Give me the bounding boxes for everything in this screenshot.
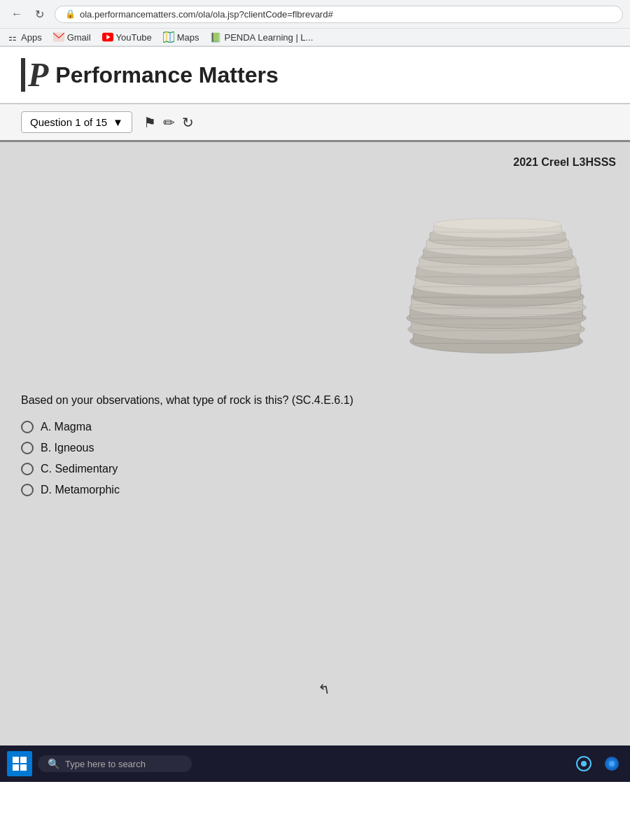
- bookmark-gmail[interactable]: Gmail: [53, 31, 91, 43]
- choice-c[interactable]: C. Sedimentary: [21, 463, 609, 475]
- rock-image-container: [350, 163, 616, 373]
- windows-icon: [13, 757, 27, 771]
- reload-button[interactable]: ↻: [29, 4, 49, 24]
- nav-buttons: ← ↻: [7, 4, 49, 24]
- maps-icon: [163, 31, 174, 43]
- svg-rect-37: [13, 764, 19, 771]
- question-text: Based on your observations, what type of…: [21, 394, 413, 407]
- back-button[interactable]: ←: [7, 4, 27, 24]
- question-bar: Question 1 of 15 ▼ ⚑ ✏ ↻: [0, 104, 630, 142]
- taskbar-search[interactable]: 🔍 Type here to search: [38, 755, 192, 772]
- start-button[interactable]: [7, 751, 32, 776]
- penda-icon: 📗: [210, 31, 221, 43]
- svg-point-31: [434, 218, 561, 230]
- taskbar-icon-cortana[interactable]: [573, 752, 595, 775]
- svg-point-40: [581, 761, 587, 766]
- question-area: 2021 Creel L3HSSS: [0, 142, 630, 751]
- svg-rect-35: [13, 757, 19, 763]
- choice-c-label: C. Sedimentary: [41, 463, 118, 475]
- lock-icon: 🔒: [65, 9, 76, 19]
- bookmark-penda-label: PENDA Learning | L...: [224, 32, 313, 43]
- choice-a-label: A. Magma: [41, 421, 92, 433]
- question-icons: ⚑ ✏ ↻: [144, 114, 194, 131]
- bookmark-apps-label: Apps: [21, 32, 42, 43]
- bookmark-maps[interactable]: Maps: [163, 31, 200, 43]
- flag-icon[interactable]: ⚑: [144, 114, 156, 131]
- rock-illustration: [350, 163, 616, 373]
- bookmark-youtube-label: YouTube: [116, 32, 152, 43]
- taskbar-icon-browser[interactable]: [601, 752, 623, 775]
- question-label: Question 1 of 15: [30, 116, 107, 128]
- bookmark-penda[interactable]: 📗 PENDA Learning | L...: [210, 31, 313, 43]
- refresh-icon[interactable]: ↻: [182, 114, 194, 131]
- logo-letter: P: [21, 58, 48, 92]
- choice-d-label: D. Metamorphic: [41, 484, 120, 496]
- browser-chrome: ← ↻ 🔒 ola.performancematters.com/ola/ola…: [0, 0, 630, 47]
- question-dropdown[interactable]: Question 1 of 15 ▼: [21, 111, 132, 133]
- svg-marker-3: [163, 31, 174, 43]
- svg-rect-38: [20, 764, 27, 771]
- bookmark-maps-label: Maps: [177, 32, 200, 43]
- url-bar[interactable]: 🔒 ola.performancematters.com/ola/ola.jsp…: [55, 6, 623, 23]
- radio-a[interactable]: [21, 421, 34, 433]
- radio-b[interactable]: [21, 442, 34, 454]
- choice-d[interactable]: D. Metamorphic: [21, 484, 609, 496]
- choice-b-label: B. Igneous: [41, 442, 94, 454]
- logo-text: Performance Matters: [55, 62, 278, 88]
- address-bar: ← ↻ 🔒 ola.performancematters.com/ola/ola…: [0, 0, 630, 29]
- youtube-icon: [102, 31, 113, 43]
- circle-icon: [575, 755, 592, 772]
- radio-c[interactable]: [21, 463, 34, 475]
- taskbar-right: [573, 752, 623, 775]
- page-content: P Performance Matters Question 1 of 15 ▼…: [0, 47, 630, 782]
- search-icon: 🔍: [48, 758, 59, 769]
- pencil-icon[interactable]: ✏: [163, 114, 175, 131]
- search-placeholder: Type here to search: [65, 759, 146, 769]
- svg-rect-36: [20, 757, 27, 763]
- apps-icon: ⚏: [7, 31, 18, 43]
- radio-d[interactable]: [21, 484, 34, 496]
- url-text: ola.performancematters.com/ola/ola.jsp?c…: [80, 9, 333, 20]
- bookmark-youtube[interactable]: YouTube: [102, 31, 152, 43]
- gmail-icon: [53, 31, 64, 43]
- pm-logo: P Performance Matters: [21, 58, 279, 92]
- dropdown-arrow-icon: ▼: [113, 116, 123, 128]
- browser-icon: [603, 755, 620, 772]
- taskbar: 🔍 Type here to search: [0, 746, 630, 782]
- choice-b[interactable]: B. Igneous: [21, 442, 609, 454]
- bookmarks-bar: ⚏ Apps Gmail YouTube: [0, 29, 630, 46]
- bookmark-apps[interactable]: ⚏ Apps: [7, 31, 42, 43]
- svg-point-43: [609, 761, 615, 766]
- answer-choices: A. Magma B. Igneous C. Sedimentary D. Me…: [21, 421, 609, 496]
- choice-a[interactable]: A. Magma: [21, 421, 609, 433]
- bookmark-gmail-label: Gmail: [67, 32, 91, 43]
- pm-header: P Performance Matters: [0, 47, 630, 104]
